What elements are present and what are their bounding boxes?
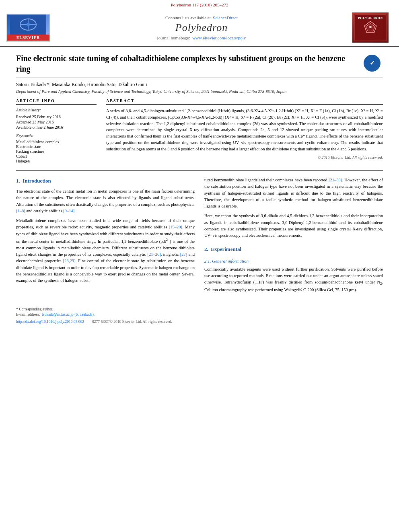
journal-citation: Polyhedron 117 (2016) 265–272 (171, 2, 228, 7)
journal-name: Polyhedron (55, 22, 348, 34)
footnote-section: * Corresponding author. E-mail address: … (0, 303, 399, 328)
body-left-col: 1. Introduction The electronic state of … (16, 177, 195, 296)
article-content: Fine electronic state tuning of cobaltad… (0, 47, 399, 303)
footer-links: http://dx.doi.org/10.1016/j.poly.2016.05… (16, 320, 383, 324)
available-date: Available online 2 June 2016 (16, 125, 97, 129)
section-divider (16, 170, 383, 170)
affiliation-line: Department of Pure and Applied Chemistry… (16, 89, 383, 94)
keywords-label: Keywords: (16, 134, 97, 138)
accepted-date: Accepted 23 May 2016 (16, 120, 97, 124)
journal-header: ELSEVIER Contents lists available at Sci… (0, 9, 399, 47)
article-info-header: ARTICLE INFO (16, 99, 97, 105)
article-title: Fine electronic state tuning of cobaltad… (16, 53, 359, 74)
body-content: 1. Introduction The electronic state of … (16, 177, 383, 296)
body-right-col: tuted benzenedithiolate ligands and thei… (204, 177, 383, 296)
svg-text:✓: ✓ (370, 60, 375, 66)
elsevier-text: ELSEVIER (7, 35, 49, 41)
journal-homepage-link[interactable]: www.elsevier.com/locate/poly (192, 35, 246, 40)
journal-homepage-line: journal homepage: www.elsevier.com/locat… (55, 35, 348, 40)
keyword-5: Halogen (16, 159, 97, 163)
poly-cover-image: POLYHEDRON (352, 12, 389, 43)
ref-1-8[interactable]: [1–8] (16, 209, 25, 213)
ref-21-30-right[interactable]: [21–30] (329, 178, 342, 182)
keyword-4: Cobalt (16, 154, 97, 158)
ref-15-20[interactable]: [15–20] (169, 225, 182, 229)
ref-21-26[interactable]: [21–26] (147, 252, 160, 257)
doi-link[interactable]: http://dx.doi.org/10.1016/j.poly.2016.05… (16, 320, 84, 324)
experimental-para-1: Commercially available reagents were use… (204, 266, 383, 293)
ref-27[interactable]: [27] (180, 252, 187, 257)
article-info-abstract: ARTICLE INFO Article history: Received 2… (16, 99, 383, 164)
copyright-text: © 2016 Elsevier Ltd. All rights reserved… (106, 155, 383, 160)
elsevier-logo-left: ELSEVIER (6, 14, 51, 42)
crossmark-icon: ✓ (364, 55, 380, 72)
history-label: Article history: (16, 108, 97, 112)
ref-28-29[interactable]: [28,29] (63, 259, 76, 263)
intro-para-1: The electronic state of the central meta… (16, 188, 195, 214)
svg-point-4 (27, 23, 30, 26)
polyhedron-cover: POLYHEDRON (352, 12, 393, 43)
article-info-col: ARTICLE INFO Article history: Received 2… (16, 99, 97, 164)
journal-title-area: Contents lists available at ScienceDirec… (55, 15, 348, 40)
abstract-text: A series of 3,6- and 4,5-dihalogen-subst… (106, 108, 383, 152)
sciencedirect-line: Contents lists available at ScienceDirec… (55, 15, 348, 20)
general-info-title: 2.1. General information (204, 258, 383, 265)
ref-9-14[interactable]: [9–14] (63, 209, 74, 213)
crossmark-logo: ✓ (364, 55, 383, 72)
intro-para-2: Metalladithiolene complexes have been st… (16, 218, 195, 284)
abstract-header: ABSTRACT (106, 99, 383, 105)
keyword-2: Electronic state (16, 144, 97, 149)
corresponding-note: * Corresponding author. (16, 307, 383, 311)
abstract-col: ABSTRACT A series of 3,6- and 4,5-dihalo… (106, 99, 383, 164)
authors-line: Satoru Tsukada *, Masataka Kondo, Hirono… (16, 82, 383, 88)
elsevier-art (7, 14, 49, 35)
intro-para-4-right: Here, we report the synthesis of 3,6-dih… (204, 213, 383, 239)
sciencedirect-link[interactable]: ScienceDirect (213, 15, 238, 20)
issn-text: 0277-5387/© 2016 Elsevier Ltd. All right… (92, 320, 172, 324)
keyword-3: Packing structure (16, 149, 97, 154)
svg-text:POLYHEDRON: POLYHEDRON (358, 16, 383, 20)
email-line: E-mail address: tsukada@rs.tus.ac.jp (S.… (16, 312, 383, 316)
article-title-section: Fine electronic state tuning of cobaltad… (16, 53, 383, 78)
svg-point-10 (369, 26, 372, 28)
introduction-title: 1. Introduction (16, 177, 195, 185)
intro-para-3-right: tuted benzenedithiolate ligands and thei… (204, 177, 383, 210)
experimental-title: 2. Experimental (204, 245, 383, 253)
journal-citation-bar: Polyhedron 117 (2016) 265–272 (0, 0, 399, 9)
keyword-1: Metalladithiolene complex (16, 140, 97, 144)
received-date: Received 25 February 2016 (16, 115, 97, 119)
email-link[interactable]: tsukada@rs.tus.ac.jp (S. Tsukada). (42, 312, 95, 316)
